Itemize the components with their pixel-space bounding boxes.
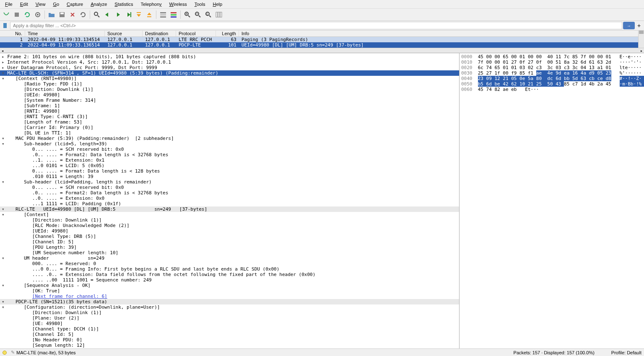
tree-item[interactable]: [Length of frame: 53] <box>0 119 459 125</box>
col-header-length[interactable]: Length <box>216 31 239 36</box>
tree-item[interactable]: 0... .... = SCH reserved bit: 0x0 <box>0 147 459 152</box>
save-file-icon[interactable] <box>57 10 67 19</box>
tree-item[interactable]: Sub-header (lcid=5, length=39) <box>0 141 459 147</box>
tree-item[interactable]: [Direction: Downlink (1)] <box>0 310 459 315</box>
tree-item[interactable]: [Direction: Downlink (1)] <box>0 87 459 92</box>
tree-item[interactable]: [System Frame Number: 314] <box>0 98 459 103</box>
menu-statistics[interactable]: Statistics <box>111 1 136 8</box>
find-packet-icon[interactable] <box>92 10 101 19</box>
zoom-reset-icon[interactable]: 1 <box>204 10 213 19</box>
packet-bytes-pane[interactable]: 0000 45 00 00 65 00 01 00 00 40 11 7c 85… <box>460 53 644 348</box>
reload-file-icon[interactable] <box>78 10 88 19</box>
capture-options-icon[interactable] <box>33 10 42 19</box>
tree-item[interactable]: [Context (RNTI=49980)] <box>0 76 459 81</box>
tree-item[interactable]: [DL UE in TTI: 1] <box>0 130 459 136</box>
tree-item[interactable]: [UE: 49980] <box>0 321 459 326</box>
bookmark-filter-icon[interactable] <box>2 22 9 29</box>
col-header-source[interactable]: Source <box>105 31 143 36</box>
hex-row[interactable]: 0010 7f 00 00 01 27 0f 27 0f 00 51 8a 32… <box>461 59 642 65</box>
restart-capture-icon[interactable] <box>23 10 32 19</box>
tree-item[interactable]: [UEId: 49980] <box>0 228 459 234</box>
open-file-icon[interactable] <box>47 10 56 19</box>
capture-file-properties-icon[interactable]: ✎ <box>11 350 15 355</box>
menu-capture[interactable]: Capture <box>63 1 86 8</box>
hex-row[interactable]: 0020 6c 74 65 01 01 03 02 c3 3c 03 c3 3c… <box>461 65 642 70</box>
hex-row[interactable]: 0030 25 27 1f 00 f9 85 f1 ae 4e 9d ea 16… <box>461 70 642 76</box>
tree-item[interactable]: [Direction: Downlink (1)] <box>0 217 459 223</box>
tree-item[interactable]: [Carrier Id: Primary (0)] <box>0 125 459 130</box>
col-header-destination[interactable]: Destination <box>143 31 176 36</box>
tree-item[interactable]: .010 0111 = Length: 39 <box>0 174 459 179</box>
tree-item[interactable]: [Channel Type: DRB (5)] <box>0 234 459 239</box>
packet-row[interactable]: 1 2022-04-09 11:09:33.134514 127.0.0.1 1… <box>0 37 644 42</box>
display-filter-input[interactable] <box>10 22 622 29</box>
zoom-in-icon[interactable] <box>183 10 192 19</box>
status-profile[interactable]: Profile: Default <box>611 350 641 355</box>
col-header-no[interactable]: No. <box>0 31 25 36</box>
tree-item[interactable]: ...0 0... = Framing Info: First byte beg… <box>0 266 459 272</box>
go-last-packet-icon[interactable] <box>145 10 154 19</box>
add-filter-button[interactable]: + <box>636 22 642 29</box>
tree-item[interactable]: .0.. .... = Format2: Data length is < 32… <box>0 190 459 196</box>
tree-item[interactable]: [No Header PDU: 0] <box>0 337 459 343</box>
menu-view[interactable]: View <box>32 1 49 8</box>
hex-row[interactable]: 0050 b5 6d be 42 62 10 21 25 50 43 85 c7… <box>461 81 642 87</box>
col-header-info[interactable]: Info <box>239 31 644 36</box>
col-header-time[interactable]: Time <box>25 31 105 36</box>
tree-item[interactable]: .0.. .... = Format2: Data length is < 32… <box>0 152 459 157</box>
hex-row[interactable]: 0040 23 09 12 21 05 0e 5a 80 dc 6d bb 5d… <box>461 76 642 81</box>
tree-item[interactable]: Internet Protocol Version 4, Src: 127.0.… <box>0 59 459 65</box>
tree-item[interactable]: [Channel ID: 5] <box>0 239 459 245</box>
tree-item[interactable]: [Sequence Analysis - OK] <box>0 283 459 288</box>
hex-row[interactable]: 0060 45 74 82 ae eb Et··· <box>461 87 642 92</box>
tree-item[interactable]: [Seqnum length: 12] <box>0 343 459 348</box>
tree-item[interactable]: [RLC Mode: Unacknowledged Mode (2)] <box>0 223 459 228</box>
tree-item[interactable]: [Context] <box>0 212 459 217</box>
tree-item[interactable]: MAC-LTE DL-SCH: (SFN=314 , SF=1) UEId=49… <box>0 70 459 76</box>
expert-info-icon[interactable] <box>3 351 7 355</box>
tree-item[interactable]: MAC PDU Header (5:39) (Padding:remainder… <box>0 136 459 141</box>
apply-filter-button[interactable]: → <box>623 22 635 29</box>
tree-item[interactable]: [Radio Type: FDD (1)] <box>0 81 459 87</box>
tree-item[interactable]: [Configuration: (direction=Downlink, pla… <box>0 304 459 310</box>
menu-edit[interactable]: Edit <box>17 1 31 8</box>
menu-go[interactable]: Go <box>49 1 62 8</box>
tree-item[interactable]: [Subframe: 1] <box>0 103 459 108</box>
tree-item[interactable]: 0... .... = SCH reserved bit: 0x0 <box>0 185 459 190</box>
menu-telephony[interactable]: Telephony <box>137 1 165 8</box>
go-to-packet-icon[interactable] <box>124 10 133 19</box>
menu-file[interactable]: File <box>2 1 16 8</box>
packet-row[interactable]: 2 2022-04-09 11:09:33.136514 127.0.0.1 1… <box>0 42 644 48</box>
col-header-protocol[interactable]: Protocol <box>176 31 216 36</box>
auto-scroll-icon[interactable] <box>158 10 168 19</box>
menu-help[interactable]: Help <box>209 1 226 8</box>
tree-item[interactable]: [PDU Length: 39] <box>0 245 459 250</box>
tree-item[interactable]: .... .0.. = Extension: Data field follow… <box>0 272 459 277</box>
tree-item[interactable]: [UEId: 49980] <box>0 92 459 98</box>
tree-item[interactable]: ...1 1111 = LCID: Padding (0x1f) <box>0 201 459 206</box>
tree-item[interactable]: 0... .... = Format: Data length is < 128… <box>0 168 459 174</box>
tree-item[interactable]: [OK: True] <box>0 288 459 294</box>
menu-wireless[interactable]: Wireless <box>166 1 190 8</box>
menu-tools[interactable]: Tools <box>191 1 209 8</box>
tree-item[interactable]: .... ..00 1111 1001 = Sequence number: 2… <box>0 277 459 283</box>
packet-list-hscrollbar[interactable]: ◂▸ <box>0 48 644 53</box>
go-back-icon[interactable] <box>103 10 112 19</box>
zoom-out-icon[interactable] <box>193 10 203 19</box>
tree-item[interactable]: PDCP-LTE (SN=1521)(35 bytes data) <box>0 299 459 304</box>
tree-item[interactable]: ..1. .... = Extension: 0x1 <box>0 157 459 163</box>
tree-item[interactable]: [UM Sequence number length: 10] <box>0 250 459 255</box>
resize-columns-icon[interactable] <box>214 10 223 19</box>
tree-item[interactable]: Frame 2: 101 bytes on wire (808 bits), 1… <box>0 54 459 59</box>
colorize-icon[interactable] <box>169 10 178 19</box>
tree-item[interactable]: ...0 0101 = LCID: 5 (0x05) <box>0 163 459 168</box>
packet-list-header[interactable]: No. Time Source Destination Protocol Len… <box>0 31 644 37</box>
go-first-packet-icon[interactable] <box>134 10 143 19</box>
tree-item[interactable]: UM header sn=249 <box>0 255 459 261</box>
tree-item[interactable]: ..0. .... = Extension: 0x0 <box>0 196 459 201</box>
go-forward-icon[interactable] <box>113 10 122 19</box>
tree-item-link[interactable]: [Next frame for channel: 6] <box>0 294 459 299</box>
packet-details-pane[interactable]: Frame 2: 101 bytes on wire (808 bits), 1… <box>0 53 460 348</box>
tree-item[interactable]: Sub-header (lcid=Padding, length is rema… <box>0 179 459 185</box>
start-capture-icon[interactable] <box>2 10 11 19</box>
